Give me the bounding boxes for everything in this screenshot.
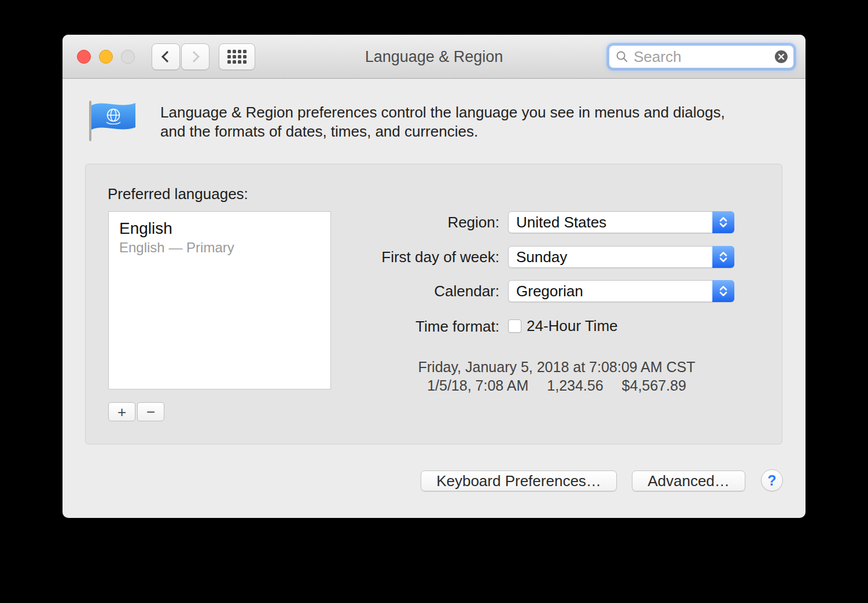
preferences-description: Language & Region preferences control th… xyxy=(160,103,756,141)
sample-row: 1/5/18, 7:08 AM 1,234.56 $4,567.89 xyxy=(383,377,730,394)
back-button[interactable] xyxy=(152,43,180,70)
sample-short-datetime: 1/5/18, 7:08 AM xyxy=(427,377,528,394)
time-format-label: Time format: xyxy=(349,315,499,337)
search-input[interactable] xyxy=(634,48,774,66)
help-button[interactable]: ? xyxy=(761,469,783,491)
keyboard-preferences-button[interactable]: Keyboard Preferences… xyxy=(421,470,617,491)
calendar-popup[interactable]: Gregorian xyxy=(508,280,734,302)
description-line-1: Language & Region preferences control th… xyxy=(160,103,756,122)
language-name: English xyxy=(119,219,320,238)
popup-arrows-icon xyxy=(712,246,734,268)
list-edit-buttons: + − xyxy=(108,402,164,421)
first-day-value: Sunday xyxy=(509,248,712,266)
desktop-background: Language & Region xyxy=(0,0,868,603)
region-popup[interactable]: United States xyxy=(508,211,734,233)
region-value: United States xyxy=(509,214,712,231)
add-language-button[interactable]: + xyxy=(108,402,135,421)
24-hour-time-checkbox[interactable] xyxy=(508,319,521,333)
format-samples: Friday, January 5, 2018 at 7:08:09 AM CS… xyxy=(383,359,730,394)
show-all-preferences-button[interactable] xyxy=(219,43,255,70)
popup-arrows-icon xyxy=(712,280,734,302)
popup-arrows-icon xyxy=(712,211,734,233)
advanced-button[interactable]: Advanced… xyxy=(632,470,745,491)
remove-language-button[interactable]: − xyxy=(137,402,164,421)
first-day-label: First day of week: xyxy=(349,246,499,268)
24-hour-time-checkbox-label[interactable]: 24-Hour Time xyxy=(527,317,618,334)
un-flag-icon xyxy=(87,98,139,145)
description-line-2: and the formats of dates, times, and cur… xyxy=(160,122,756,141)
preferred-languages-label: Preferred languages: xyxy=(108,185,248,203)
sample-long-date: Friday, January 5, 2018 at 7:08:09 AM CS… xyxy=(383,359,730,375)
calendar-label: Calendar: xyxy=(349,280,499,302)
titlebar[interactable]: Language & Region xyxy=(62,35,806,79)
language-detail: English — Primary xyxy=(119,240,320,256)
sample-currency: $4,567.89 xyxy=(622,377,686,394)
first-day-popup[interactable]: Sunday xyxy=(508,246,734,268)
clear-search-icon[interactable] xyxy=(774,49,789,64)
sample-number: 1,234.56 xyxy=(547,377,603,394)
calendar-value: Gregorian xyxy=(509,282,712,300)
region-label: Region: xyxy=(349,211,499,233)
grid-icon xyxy=(227,50,247,64)
search-field[interactable] xyxy=(609,45,794,68)
language-region-window: Language & Region xyxy=(62,35,806,518)
chevron-left-icon xyxy=(161,51,173,62)
forward-button[interactable] xyxy=(181,43,209,70)
list-item-english[interactable]: English English — Primary xyxy=(109,212,330,256)
settings-groupbox: Preferred languages: English English — P… xyxy=(85,164,782,444)
preferred-languages-list[interactable]: English English — Primary xyxy=(108,211,331,389)
search-icon xyxy=(615,50,629,64)
chevron-right-icon xyxy=(188,51,200,62)
